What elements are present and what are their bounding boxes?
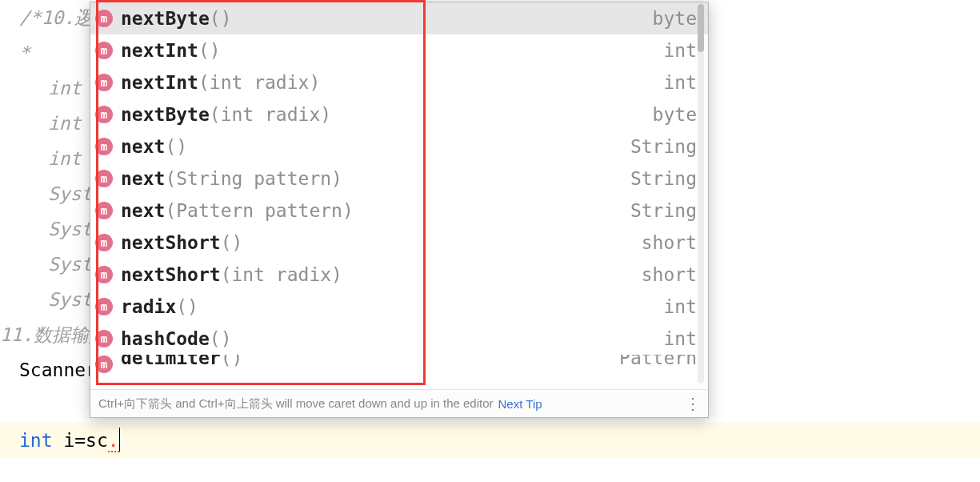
more-icon[interactable]: ⋮	[685, 400, 700, 408]
autocomplete-item[interactable]: mhashCode()int	[90, 323, 708, 355]
keyword-int: int	[19, 430, 53, 451]
method-params: (int radix)	[210, 104, 331, 125]
method-name: next	[121, 200, 165, 221]
scrollbar-thumb[interactable]	[698, 4, 704, 52]
method-name: nextInt	[121, 72, 198, 93]
method-icon: m	[95, 355, 113, 373]
method-icon: m	[95, 42, 113, 59]
return-type: byte	[653, 8, 697, 29]
method-name: next	[121, 136, 165, 157]
autocomplete-item[interactable]: mnext(Pattern pattern)String	[90, 195, 708, 227]
autocomplete-item[interactable]: mnextInt(int radix)int	[90, 66, 708, 98]
return-type: Pattern	[619, 355, 697, 368]
autocomplete-hint-bar: Ctrl+向下箭头 and Ctrl+向上箭头 will move caret …	[90, 389, 708, 417]
autocomplete-item[interactable]: mnextInt()int	[90, 34, 708, 66]
method-icon: m	[95, 106, 113, 123]
current-code-line: int i=sc.	[19, 423, 120, 458]
autocomplete-item[interactable]: mnextShort(int radix)short	[90, 259, 708, 291]
autocomplete-list[interactable]: mnextByte()bytemnextInt()intmnextInt(int…	[90, 2, 708, 389]
code-text: i=sc	[53, 430, 108, 451]
autocomplete-item[interactable]: mradix()int	[90, 291, 708, 323]
return-type: int	[663, 72, 697, 93]
method-params: ()	[210, 8, 232, 29]
method-icon: m	[95, 266, 113, 283]
method-icon: m	[95, 298, 113, 315]
method-params: ()	[165, 136, 187, 157]
method-params: ()	[176, 296, 198, 317]
method-icon: m	[95, 74, 113, 91]
scrollbar-track	[698, 4, 704, 384]
method-name: delimiter	[121, 355, 221, 368]
return-type: short	[642, 264, 697, 285]
method-params: (int radix)	[198, 72, 320, 93]
method-params: ()	[221, 355, 243, 368]
method-params: ()	[210, 328, 232, 349]
return-type: String	[630, 168, 697, 189]
autocomplete-scrollbar[interactable]	[695, 4, 706, 384]
return-type: short	[642, 232, 697, 253]
method-params: ()	[198, 40, 221, 61]
hint-text: Ctrl+向下箭头 and Ctrl+向上箭头 will move caret …	[98, 396, 494, 412]
code-editor[interactable]: /*10.逻 * int i int j int k Syste Syste S…	[0, 0, 980, 482]
autocomplete-item[interactable]: mnext()String	[90, 131, 708, 163]
autocomplete-item[interactable]: mnextByte(int radix)byte	[90, 98, 708, 131]
autocomplete-popup[interactable]: mnextByte()bytemnextInt()intmnextInt(int…	[90, 2, 709, 418]
method-name: hashCode	[121, 328, 210, 349]
autocomplete-item[interactable]: mnextShort()short	[90, 227, 708, 259]
method-icon: m	[95, 170, 113, 187]
method-icon: m	[95, 202, 113, 219]
return-type: int	[663, 296, 697, 317]
return-type: byte	[653, 104, 697, 125]
return-type: String	[630, 136, 697, 157]
method-name: next	[121, 168, 165, 189]
next-tip-link[interactable]: Next Tip	[498, 397, 542, 411]
method-name: nextInt	[121, 40, 198, 61]
method-name: nextByte	[121, 104, 210, 125]
method-name: nextShort	[121, 264, 221, 285]
autocomplete-item[interactable]: mnextByte()byte	[90, 2, 708, 34]
return-type: int	[663, 40, 697, 61]
return-type: String	[630, 200, 697, 221]
method-icon: m	[95, 234, 113, 251]
method-icon: m	[95, 138, 113, 155]
method-icon: m	[95, 330, 113, 347]
method-params: (String pattern)	[165, 168, 342, 189]
text-caret	[119, 428, 120, 452]
method-name: radix	[121, 296, 176, 317]
method-params: (Pattern pattern)	[165, 200, 353, 221]
return-type: int	[663, 328, 697, 349]
method-name: nextShort	[121, 232, 221, 253]
method-name: nextByte	[121, 8, 210, 29]
method-params: ()	[221, 232, 243, 253]
autocomplete-item[interactable]: mnext(String pattern)String	[90, 163, 708, 195]
method-params: (int radix)	[221, 264, 342, 285]
error-dot: .	[108, 430, 119, 452]
current-line-highlight	[0, 423, 980, 458]
autocomplete-item[interactable]: mdelimiter()Pattern	[90, 355, 708, 374]
method-icon: m	[95, 10, 113, 27]
